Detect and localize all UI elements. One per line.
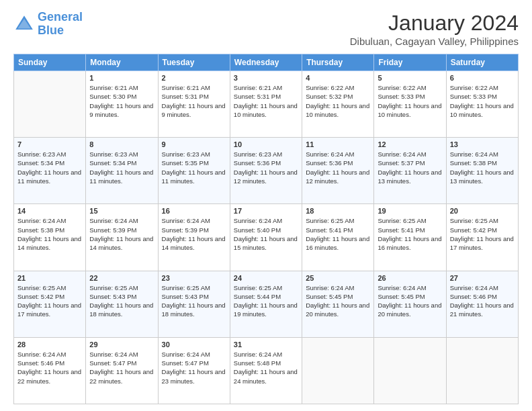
day-number: 25 bbox=[306, 274, 370, 282]
day-detail: Sunrise: 6:24 AMSunset: 5:39 PMDaylight:… bbox=[89, 216, 154, 252]
week-row-2: 7Sunrise: 6:23 AMSunset: 5:34 PMDaylight… bbox=[14, 138, 519, 204]
calendar-cell: 1Sunrise: 6:21 AMSunset: 5:30 PMDaylight… bbox=[86, 71, 158, 138]
calendar-cell: 12Sunrise: 6:24 AMSunset: 5:37 PMDayligh… bbox=[374, 138, 446, 204]
subtitle: Dibuluan, Cagayan Valley, Philippines bbox=[350, 36, 519, 47]
day-detail: Sunrise: 6:23 AMSunset: 5:34 PMDaylight:… bbox=[17, 150, 82, 185]
logo-icon bbox=[13, 13, 35, 35]
day-number: 9 bbox=[162, 140, 226, 148]
calendar-cell: 29Sunrise: 6:24 AMSunset: 5:47 PMDayligh… bbox=[86, 337, 158, 404]
day-number: 18 bbox=[306, 207, 370, 215]
day-number: 5 bbox=[378, 74, 442, 82]
calendar-cell: 4Sunrise: 6:22 AMSunset: 5:32 PMDaylight… bbox=[302, 71, 374, 138]
calendar-cell: 24Sunrise: 6:25 AMSunset: 5:44 PMDayligh… bbox=[230, 271, 302, 337]
day-number: 22 bbox=[89, 274, 154, 282]
week-row-5: 28Sunrise: 6:24 AMSunset: 5:46 PMDayligh… bbox=[14, 337, 519, 404]
day-detail: Sunrise: 6:24 AMSunset: 5:40 PMDaylight:… bbox=[234, 216, 298, 252]
logo-line2: Blue bbox=[38, 24, 64, 37]
calendar-cell: 28Sunrise: 6:24 AMSunset: 5:46 PMDayligh… bbox=[14, 337, 86, 404]
header: General Blue January 2024 Dibuluan, Caga… bbox=[13, 11, 519, 47]
day-detail: Sunrise: 6:24 AMSunset: 5:48 PMDaylight:… bbox=[234, 350, 298, 385]
logo: General Blue bbox=[13, 11, 83, 38]
day-detail: Sunrise: 6:24 AMSunset: 5:37 PMDaylight:… bbox=[378, 150, 442, 185]
day-number: 10 bbox=[234, 140, 298, 148]
day-number: 30 bbox=[162, 340, 226, 349]
calendar-cell: 5Sunrise: 6:22 AMSunset: 5:33 PMDaylight… bbox=[374, 71, 446, 138]
day-number: 27 bbox=[450, 274, 515, 282]
calendar-cell: 13Sunrise: 6:24 AMSunset: 5:38 PMDayligh… bbox=[446, 138, 518, 204]
calendar-cell: 20Sunrise: 6:25 AMSunset: 5:42 PMDayligh… bbox=[446, 204, 518, 271]
day-number: 6 bbox=[450, 74, 515, 82]
day-number: 7 bbox=[17, 140, 82, 148]
calendar-cell: 17Sunrise: 6:24 AMSunset: 5:40 PMDayligh… bbox=[230, 204, 302, 271]
day-number: 19 bbox=[378, 207, 442, 215]
page: General Blue January 2024 Dibuluan, Caga… bbox=[0, 0, 532, 411]
day-detail: Sunrise: 6:24 AMSunset: 5:47 PMDaylight:… bbox=[89, 350, 154, 385]
week-row-3: 14Sunrise: 6:24 AMSunset: 5:38 PMDayligh… bbox=[14, 204, 519, 271]
calendar-cell: 8Sunrise: 6:23 AMSunset: 5:34 PMDaylight… bbox=[86, 138, 158, 204]
day-number: 21 bbox=[17, 274, 82, 282]
day-detail: Sunrise: 6:23 AMSunset: 5:34 PMDaylight:… bbox=[89, 150, 154, 185]
calendar-cell: 10Sunrise: 6:23 AMSunset: 5:36 PMDayligh… bbox=[230, 138, 302, 204]
day-number: 16 bbox=[162, 207, 226, 215]
calendar-cell: 6Sunrise: 6:22 AMSunset: 5:33 PMDaylight… bbox=[446, 71, 518, 138]
day-number: 15 bbox=[89, 207, 154, 215]
calendar-cell: 25Sunrise: 6:24 AMSunset: 5:45 PMDayligh… bbox=[302, 271, 374, 337]
day-detail: Sunrise: 6:24 AMSunset: 5:38 PMDaylight:… bbox=[450, 150, 515, 185]
calendar-cell: 16Sunrise: 6:24 AMSunset: 5:39 PMDayligh… bbox=[158, 204, 230, 271]
title-block: January 2024 Dibuluan, Cagayan Valley, P… bbox=[350, 11, 519, 47]
day-detail: Sunrise: 6:21 AMSunset: 5:30 PMDaylight:… bbox=[89, 83, 154, 119]
calendar-cell: 30Sunrise: 6:24 AMSunset: 5:47 PMDayligh… bbox=[158, 337, 230, 404]
day-number: 28 bbox=[17, 340, 82, 349]
logo-text: General Blue bbox=[38, 11, 83, 38]
calendar-cell: 31Sunrise: 6:24 AMSunset: 5:48 PMDayligh… bbox=[230, 337, 302, 404]
day-number: 17 bbox=[234, 207, 298, 215]
calendar-cell: 3Sunrise: 6:21 AMSunset: 5:31 PMDaylight… bbox=[230, 71, 302, 138]
logo-line1: General bbox=[38, 10, 83, 24]
calendar-cell: 2Sunrise: 6:21 AMSunset: 5:31 PMDaylight… bbox=[158, 71, 230, 138]
weekday-header-wednesday: Wednesday bbox=[230, 54, 302, 71]
day-number: 29 bbox=[89, 340, 154, 349]
weekday-header-sunday: Sunday bbox=[14, 54, 86, 71]
day-detail: Sunrise: 6:23 AMSunset: 5:35 PMDaylight:… bbox=[162, 150, 226, 185]
day-detail: Sunrise: 6:24 AMSunset: 5:45 PMDaylight:… bbox=[306, 283, 370, 319]
calendar-cell bbox=[14, 71, 86, 138]
calendar-cell: 26Sunrise: 6:24 AMSunset: 5:45 PMDayligh… bbox=[374, 271, 446, 337]
calendar-cell: 27Sunrise: 6:24 AMSunset: 5:46 PMDayligh… bbox=[446, 271, 518, 337]
calendar-cell: 15Sunrise: 6:24 AMSunset: 5:39 PMDayligh… bbox=[86, 204, 158, 271]
day-detail: Sunrise: 6:25 AMSunset: 5:41 PMDaylight:… bbox=[306, 216, 370, 252]
calendar-cell bbox=[302, 337, 374, 404]
day-number: 23 bbox=[162, 274, 226, 282]
calendar-cell: 11Sunrise: 6:24 AMSunset: 5:36 PMDayligh… bbox=[302, 138, 374, 204]
day-detail: Sunrise: 6:22 AMSunset: 5:33 PMDaylight:… bbox=[378, 83, 442, 119]
main-title: January 2024 bbox=[350, 11, 519, 36]
weekday-header-monday: Monday bbox=[86, 54, 158, 71]
day-detail: Sunrise: 6:24 AMSunset: 5:46 PMDaylight:… bbox=[450, 283, 515, 319]
day-detail: Sunrise: 6:21 AMSunset: 5:31 PMDaylight:… bbox=[234, 83, 298, 119]
day-number: 3 bbox=[234, 74, 298, 82]
calendar-cell: 19Sunrise: 6:25 AMSunset: 5:41 PMDayligh… bbox=[374, 204, 446, 271]
calendar-cell bbox=[446, 337, 518, 404]
day-detail: Sunrise: 6:24 AMSunset: 5:47 PMDaylight:… bbox=[162, 350, 226, 385]
day-detail: Sunrise: 6:25 AMSunset: 5:41 PMDaylight:… bbox=[378, 216, 442, 252]
day-number: 2 bbox=[162, 74, 226, 82]
day-detail: Sunrise: 6:24 AMSunset: 5:36 PMDaylight:… bbox=[306, 150, 370, 185]
day-number: 1 bbox=[89, 74, 154, 82]
day-detail: Sunrise: 6:24 AMSunset: 5:38 PMDaylight:… bbox=[17, 216, 82, 252]
day-detail: Sunrise: 6:22 AMSunset: 5:32 PMDaylight:… bbox=[306, 83, 370, 119]
calendar-cell: 23Sunrise: 6:25 AMSunset: 5:43 PMDayligh… bbox=[158, 271, 230, 337]
calendar-cell: 7Sunrise: 6:23 AMSunset: 5:34 PMDaylight… bbox=[14, 138, 86, 204]
day-number: 8 bbox=[89, 140, 154, 148]
day-detail: Sunrise: 6:23 AMSunset: 5:36 PMDaylight:… bbox=[234, 150, 298, 185]
day-detail: Sunrise: 6:25 AMSunset: 5:42 PMDaylight:… bbox=[17, 283, 82, 319]
weekday-header-thursday: Thursday bbox=[302, 54, 374, 71]
week-row-4: 21Sunrise: 6:25 AMSunset: 5:42 PMDayligh… bbox=[14, 271, 519, 337]
weekday-header-saturday: Saturday bbox=[446, 54, 518, 71]
day-number: 4 bbox=[306, 74, 370, 82]
day-number: 31 bbox=[234, 340, 298, 349]
calendar-cell: 14Sunrise: 6:24 AMSunset: 5:38 PMDayligh… bbox=[14, 204, 86, 271]
day-number: 13 bbox=[450, 140, 515, 148]
day-number: 12 bbox=[378, 140, 442, 148]
day-number: 24 bbox=[234, 274, 298, 282]
day-detail: Sunrise: 6:25 AMSunset: 5:44 PMDaylight:… bbox=[234, 283, 298, 319]
day-detail: Sunrise: 6:21 AMSunset: 5:31 PMDaylight:… bbox=[162, 83, 226, 119]
